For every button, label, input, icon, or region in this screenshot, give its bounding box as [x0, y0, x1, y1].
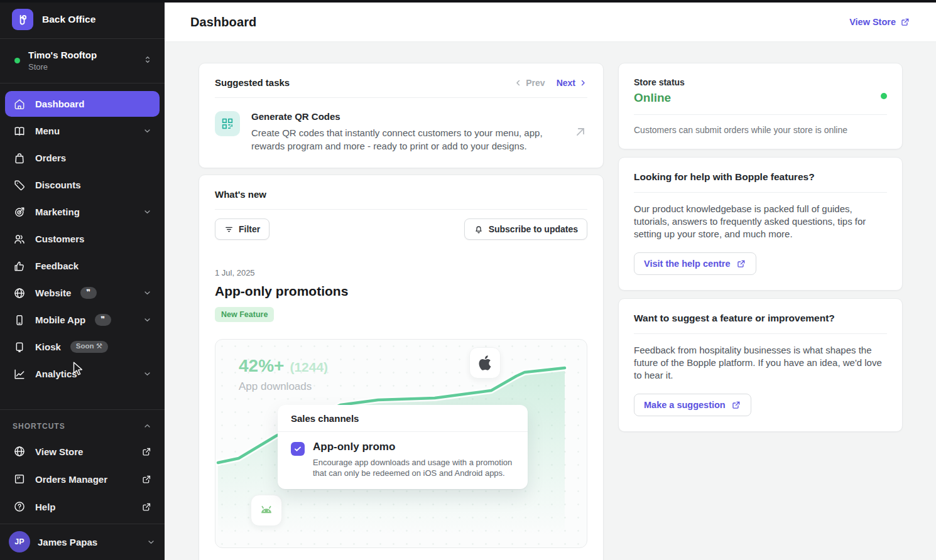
sidebar-item-mobile-app[interactable]: Mobile App ❞ [5, 307, 160, 333]
sidebar-item-kiosk[interactable]: Kiosk Soon ⚒ [5, 334, 160, 360]
qr-code-icon [215, 111, 240, 136]
globe-icon [13, 287, 26, 299]
filter-button[interactable]: Filter [215, 218, 269, 240]
sidebar-item-customers[interactable]: Customers [5, 226, 160, 252]
external-link-icon [900, 17, 910, 27]
thumbs-up-icon [13, 260, 26, 272]
help-card-title: Looking for help with Bopple features? [634, 171, 887, 183]
option-title: App-only promo [313, 441, 514, 453]
app-downloads-stat: 42%+ (1244) App downloads [239, 356, 328, 393]
view-store-link[interactable]: View Store [849, 17, 910, 27]
chevron-down-icon [143, 369, 152, 379]
divider [634, 114, 887, 115]
panel-title: Sales channels [278, 405, 528, 432]
shortcuts-header[interactable]: SHORTCUTS [4, 417, 161, 437]
chevron-down-icon [143, 288, 152, 298]
prev-button[interactable]: Prev [514, 78, 545, 88]
left-column: Suggested tasks Prev Next [199, 63, 604, 560]
view-store-label: View Store [849, 17, 896, 27]
back-office-app: Back Office Timo's Rooftop Store Dashboa… [0, 0, 936, 560]
store-status-card: Store status Online Customers can submit… [618, 63, 903, 149]
sidebar-item-label: Kiosk [35, 342, 61, 352]
user-name: James Papas [38, 537, 97, 547]
goal-arrow-icon [13, 206, 26, 218]
subscribe-button[interactable]: Subscribe to updates [464, 218, 587, 240]
shortcut-help[interactable]: Help [5, 493, 160, 520]
shortcuts-label: SHORTCUTS [13, 422, 65, 431]
make-suggestion-label: Make a suggestion [644, 400, 726, 410]
right-column: Store status Online Customers can submit… [618, 63, 903, 432]
shortcut-label: Orders Manager [35, 474, 107, 485]
sidebar-item-discounts[interactable]: Discounts [5, 172, 160, 198]
divider [634, 192, 887, 193]
divider [215, 209, 587, 210]
check-icon [293, 444, 302, 453]
external-link-icon [141, 502, 152, 512]
post-date: 1 Jul, 2025 [215, 268, 587, 277]
sidebar-item-label: Analytics [35, 369, 77, 379]
whats-new-card: What's new Filter Subscribe to updates [199, 175, 604, 560]
tasks-pager: Prev Next [514, 78, 587, 88]
help-centre-card: Looking for help with Bopple features? O… [618, 157, 903, 291]
sidebar-item-label: Feedback [35, 261, 79, 271]
task-title: Generate QR Codes [251, 111, 562, 122]
chevron-down-icon [143, 126, 152, 136]
kiosk-soon-badge: Soon ⚒ [70, 341, 108, 353]
android-icon [257, 501, 276, 520]
make-suggestion-button[interactable]: Make a suggestion [634, 394, 751, 416]
suggest-feature-card: Want to suggest a feature or improvement… [618, 298, 903, 432]
sidebar-item-orders[interactable]: Orders [5, 145, 160, 171]
bell-icon [474, 224, 484, 234]
sidebar-item-dashboard[interactable]: Dashboard [5, 91, 160, 117]
sidebar-item-label: Customers [35, 234, 84, 244]
suggested-tasks-card: Suggested tasks Prev Next [199, 63, 604, 168]
shortcut-orders-manager[interactable]: Orders Manager [5, 466, 160, 492]
chevron-down-icon [146, 537, 156, 547]
kiosk-icon [13, 341, 26, 353]
line-chart-icon [13, 368, 26, 380]
tag-icon [13, 179, 26, 191]
shortcut-label: View Store [35, 446, 83, 457]
sidebar-item-label: Marketing [35, 207, 80, 217]
sidebar-item-label: Website [35, 288, 71, 298]
filter-label: Filter [239, 224, 260, 234]
sidebar-item-feedback[interactable]: Feedback [5, 253, 160, 279]
promo-illustration: 42%+ (1244) App downloads [215, 339, 587, 548]
avatar: JP [9, 531, 30, 552]
external-link-icon [736, 259, 746, 269]
apple-app-card [469, 347, 501, 379]
sales-channels-panel: Sales channels App-only promo Encourage … [278, 405, 528, 489]
suggest-card-body: Feedback from hospitality businesses is … [634, 344, 887, 382]
next-button[interactable]: Next [557, 78, 587, 88]
chevron-down-icon [143, 207, 152, 217]
stat-count: (1244) [290, 360, 328, 375]
page-title: Dashboard [190, 15, 256, 30]
orders-board-icon [13, 473, 26, 485]
store-switcher[interactable]: Timo's Rooftop Store [0, 39, 165, 83]
sidebar-item-menu[interactable]: Menu [5, 118, 160, 144]
help-card-body: Our product knowledgebase is packed full… [634, 203, 887, 240]
visit-help-centre-button[interactable]: Visit the help centre [634, 252, 756, 275]
filter-icon [224, 225, 234, 234]
main-area: Dashboard View Store Suggested tasks Pre… [165, 3, 936, 560]
shortcut-view-store[interactable]: View Store [5, 438, 160, 465]
sidebar-item-marketing[interactable]: Marketing [5, 199, 160, 225]
whats-new-toolbar: Filter Subscribe to updates [215, 218, 587, 240]
online-dot [881, 93, 887, 99]
book-icon [13, 125, 26, 137]
sidebar-item-website[interactable]: Website ❞ [5, 280, 160, 306]
sidebar-item-label: Discounts [35, 180, 81, 190]
app-only-promo-checkbox[interactable] [291, 442, 305, 456]
smartphone-icon [13, 314, 26, 326]
user-menu[interactable]: JP James Papas [0, 524, 165, 560]
task-description: Create QR codes that instantly connect c… [251, 126, 562, 153]
help-circle-icon [13, 500, 26, 513]
task-generate-qr[interactable]: Generate QR Codes Create QR codes that i… [215, 111, 587, 153]
app-title: Back Office [42, 14, 95, 25]
sidebar-item-label: Orders [35, 153, 66, 163]
store-status-label: Store status [634, 77, 887, 87]
chevron-down-icon [143, 315, 152, 325]
sidebar-item-analytics[interactable]: Analytics [5, 361, 160, 387]
bopple-logo-icon [16, 13, 29, 26]
arrow-up-right-icon [574, 125, 587, 139]
